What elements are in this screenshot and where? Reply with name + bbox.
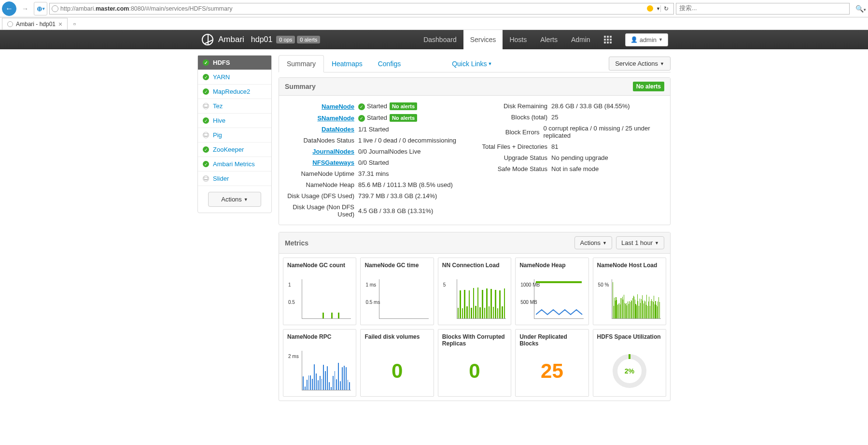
nav-menu: Dashboard Services Hosts Alerts Admin 👤 … xyxy=(417,30,675,49)
metric-title: Failed disk volumes xyxy=(364,333,429,347)
summary-value: 85.6 MB / 1011.3 MB (8.5% used) xyxy=(358,181,453,188)
tab-configs[interactable]: Configs xyxy=(370,56,408,72)
tab-heatmaps[interactable]: Heatmaps xyxy=(324,56,370,72)
svg-rect-0 xyxy=(204,105,208,107)
refresh-icon[interactable]: ↻ xyxy=(660,5,672,12)
sidebar-item-mapreduce2[interactable]: ✓MapReduce2 xyxy=(198,85,271,99)
summary-value: 81 xyxy=(551,143,558,150)
nav-hosts[interactable]: Hosts xyxy=(503,30,533,49)
metric-title: NameNode Heap xyxy=(519,262,584,275)
bars xyxy=(303,281,350,318)
summary-value: 25 xyxy=(551,114,558,121)
url-prefix: http://ambari. xyxy=(60,5,96,12)
metric-card[interactable]: Blocks With Corrupted Replicas0 xyxy=(438,329,511,397)
nav-services[interactable]: Services xyxy=(463,30,503,49)
y-tick: 5 xyxy=(443,282,446,287)
alerts-pill[interactable]: 0 alerts xyxy=(297,36,320,43)
metric-card[interactable]: NameNode Heap1000 MB500 MB xyxy=(515,258,588,325)
browser-search-input[interactable]: 搜索... xyxy=(676,3,850,14)
metric-card[interactable]: NameNode GC count10.5 xyxy=(283,258,356,325)
url-host: master.com xyxy=(96,5,129,12)
sidebar-item-yarn[interactable]: ✓YARN xyxy=(198,70,271,85)
bars xyxy=(303,352,350,390)
compat-icon[interactable] xyxy=(647,5,653,12)
sidebar-item-label: Hive xyxy=(213,117,225,124)
metric-card[interactable]: Failed disk volumes0 xyxy=(360,329,434,397)
scheme-button[interactable]: ⊕▾ xyxy=(34,2,47,15)
metric-title: NameNode GC count xyxy=(287,262,352,275)
quick-links-dropdown[interactable]: Quick Links ▼ xyxy=(452,60,492,68)
metric-bignum: 0 xyxy=(364,350,429,392)
metrics-time-button[interactable]: Last 1 hour ▼ xyxy=(616,236,664,249)
metrics-title: Metrics xyxy=(285,239,308,247)
nav-user[interactable]: 👤 admin ▼ xyxy=(618,30,675,49)
summary-key: Upgrade Status xyxy=(479,154,551,161)
sidebar-item-tez[interactable]: Tez xyxy=(198,99,271,114)
sidebar-item-slider[interactable]: Slider xyxy=(198,172,271,186)
ambari-logo-icon xyxy=(202,34,213,45)
nav-admin[interactable]: Admin xyxy=(564,30,597,49)
search-placeholder: 搜索... xyxy=(679,4,697,13)
metric-card[interactable]: NameNode Host Load50 % xyxy=(593,258,666,325)
grid-icon xyxy=(604,36,612,43)
search-icon[interactable]: 🔍▾ xyxy=(852,5,866,13)
metric-card[interactable]: NN Connection Load5 xyxy=(438,258,511,325)
metric-bignum: 25 xyxy=(519,350,584,392)
metric-card[interactable]: HDFS Space Utilization2% xyxy=(593,329,666,397)
forward-button[interactable]: → xyxy=(18,2,32,15)
sidebar-item-hive[interactable]: ✓Hive xyxy=(198,114,271,128)
nav-views[interactable] xyxy=(597,30,618,49)
summary-row: Safe Mode StatusNot in safe mode xyxy=(479,163,663,174)
metric-card[interactable]: Under Replicated Blocks25 xyxy=(515,329,588,397)
new-tab-button[interactable]: ▫ xyxy=(69,19,80,29)
summary-key: Blocks (total) xyxy=(479,114,551,121)
sidebar-item-zookeeper[interactable]: ✓ZooKeeper xyxy=(198,143,271,157)
tab-close-icon[interactable]: × xyxy=(58,20,62,28)
sidebar-item-label: YARN xyxy=(213,73,230,81)
browser-tab[interactable]: Ambari - hdp01 × xyxy=(2,18,68,29)
y-tick: 50 % xyxy=(598,282,609,287)
summary-title: Summary xyxy=(285,83,316,90)
summary-key: DataNodes xyxy=(286,126,358,133)
summary-row: NFSGateways0/0 Started xyxy=(286,157,470,168)
metric-card[interactable]: NameNode GC time1 ms0.5 ms xyxy=(360,258,434,325)
summary-value: ✓StartedNo alerts xyxy=(358,102,417,110)
summary-row: Blocks (total)25 xyxy=(479,112,663,123)
y-tick: 1 ms xyxy=(365,282,376,287)
sidebar-item-label: Ambari Metrics xyxy=(213,160,255,168)
caret-down-icon: ▼ xyxy=(660,61,664,66)
status-client-icon xyxy=(203,175,209,182)
sidebar-actions-button[interactable]: Actions ▼ xyxy=(208,192,261,207)
cluster-name[interactable]: hdp01 xyxy=(251,35,273,44)
sidebar-item-ambari-metrics[interactable]: ✓Ambari Metrics xyxy=(198,157,271,172)
summary-link[interactable]: DataNodes xyxy=(322,126,354,133)
summary-row: DataNodes Status1 live / 0 dead / 0 deco… xyxy=(286,135,470,146)
tab-summary[interactable]: Summary xyxy=(279,55,324,72)
back-button[interactable]: ← xyxy=(2,1,16,16)
summary-link[interactable]: SNameNode xyxy=(317,115,354,122)
no-alerts-badge[interactable]: No alerts xyxy=(390,114,417,122)
status-ok-icon: ✓ xyxy=(203,146,209,153)
url-bar[interactable]: http://ambari.master.com:8080/#/main/ser… xyxy=(49,3,674,14)
summary-link[interactable]: JournalNodes xyxy=(312,148,354,155)
nav-alerts[interactable]: Alerts xyxy=(533,30,564,49)
metric-card[interactable]: NameNode RPC2 ms xyxy=(283,329,356,397)
status-ok-icon: ✓ xyxy=(203,117,209,124)
ops-pill[interactable]: 0 ops xyxy=(276,36,295,43)
summary-link[interactable]: NFSGateways xyxy=(312,159,354,166)
no-alerts-badge[interactable]: No alerts xyxy=(390,102,417,110)
sidebar-item-hdfs[interactable]: ✓HDFS xyxy=(198,56,271,70)
ok-icon: ✓ xyxy=(358,103,365,110)
sidebar-item-pig[interactable]: Pig xyxy=(198,128,271,143)
metrics-actions-button[interactable]: Actions ▼ xyxy=(574,236,612,249)
service-sidebar: ✓HDFS✓YARN✓MapReduce2Tez✓HivePig✓ZooKeep… xyxy=(197,55,272,213)
summary-key: JournalNodes xyxy=(286,148,358,155)
summary-alert-badge[interactable]: No alerts xyxy=(633,82,664,91)
service-actions-button[interactable]: Service Actions ▼ xyxy=(609,57,671,71)
summary-link[interactable]: NameNode xyxy=(322,103,354,110)
bars xyxy=(613,281,660,318)
summary-value: No pending upgrade xyxy=(551,154,608,161)
nav-dashboard[interactable]: Dashboard xyxy=(417,30,463,49)
caret-down-icon: ▼ xyxy=(488,61,492,66)
metric-chart: 1000 MB500 MB xyxy=(519,278,584,321)
